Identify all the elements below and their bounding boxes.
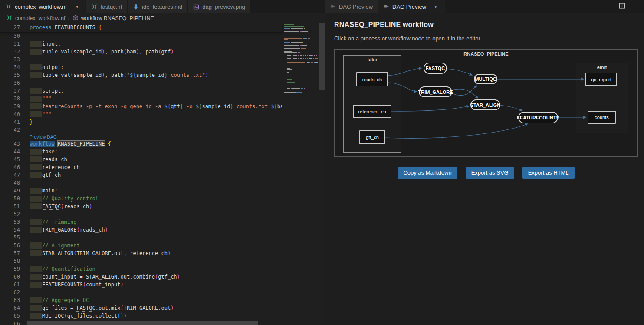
breadcrumb-separator: › [68, 15, 69, 22]
line-number: 38 [0, 95, 20, 103]
tab-dag-preview-R1[interactable]: DAG Preview× [378, 0, 445, 13]
line-number: 64 [0, 304, 20, 312]
code-line[interactable]: 56 // Alignment [0, 242, 282, 249]
code-line[interactable]: 41} [0, 118, 282, 126]
line-number: 33 [0, 56, 20, 63]
breadcrumb-symbol[interactable]: workflow RNASEQ_PIPELINE [81, 15, 154, 21]
code-line[interactable]: 34 output: [0, 63, 282, 71]
codelens-preview-dag[interactable]: Preview DAG [30, 134, 57, 140]
line-number: 47 [0, 171, 20, 179]
code-line[interactable]: 45 reads_ch [0, 156, 282, 163]
code-line[interactable]: 61 FEATURECOUNTS(count_input) [0, 281, 282, 289]
vertical-scrollbar[interactable] [319, 23, 325, 325]
right-tab-bar: DAG PreviewDAG Preview× ⋯ [325, 0, 644, 13]
code-line[interactable]: 43workflow RNASEQ_PIPELINE { [0, 140, 282, 148]
code-line[interactable]: 44 take: [0, 148, 282, 156]
code-line[interactable]: 52 [0, 210, 282, 218]
tab-label: dag_preview.png [202, 3, 245, 10]
tab-complex-workflow-nf-L0[interactable]: complex_workflow.nf× [0, 0, 86, 13]
dag-node-STAR_ALIGN[interactable]: STAR_ALIGN [470, 99, 500, 110]
code-line[interactable]: 60 count_input = STAR_ALIGN.out.combine(… [0, 273, 282, 281]
close-tab-icon[interactable]: × [433, 3, 440, 10]
copy-as-markdown-button[interactable]: Copy as Markdown [398, 167, 457, 179]
edge-gtf_ch-to-FEATURECOUNTS [385, 124, 528, 138]
code-line[interactable]: 57 STAR_ALIGN(TRIM_GALORE.out, reference… [0, 249, 282, 257]
export-buttons: Copy as MarkdownExport as SVGExport as H… [334, 167, 638, 179]
code-line[interactable]: 35 tuple val(sample_id), path("${sample_… [0, 71, 282, 79]
line-number: 53 [0, 218, 20, 226]
code-line[interactable]: 30 [0, 32, 282, 40]
vertical-scrollbar-thumb[interactable] [319, 23, 325, 90]
dag-node-MULTIQC[interactable]: MULTIQC [474, 74, 497, 84]
code-lines: 3031 input:32 tuple val(sample_id), path… [0, 32, 282, 325]
code-line[interactable]: 33 [0, 56, 282, 63]
tab-label: DAG Preview [392, 3, 426, 10]
dag-node-gtf_ch[interactable]: gtf_ch [359, 130, 385, 144]
split-editor-icon[interactable] [619, 3, 625, 11]
code-line[interactable]: 38 """ [0, 95, 282, 103]
edge-STAR_ALIGN-to-FEATURECOUNTS [500, 105, 522, 111]
code-line[interactable]: 48 [0, 179, 282, 187]
dag-node-reference_ch[interactable]: reference_ch [353, 105, 391, 118]
code-line[interactable]: 49 main: [0, 187, 282, 195]
export-as-svg-button[interactable]: Export as SVG [466, 167, 514, 179]
code-line[interactable]: 63 // Aggregate QC [0, 296, 282, 304]
code-line[interactable]: 53 // Trimming [0, 218, 282, 226]
tab-ide-features-md-L2[interactable]: ide_features.md [128, 0, 188, 13]
code-line[interactable]: 31 input: [0, 40, 282, 48]
breadcrumb-file[interactable]: complex_workflow.nf [15, 15, 65, 21]
line-number: 31 [0, 40, 20, 48]
code-line[interactable]: 55 [0, 234, 282, 242]
code-line[interactable]: 37 script: [0, 87, 282, 95]
more-tabs-button[interactable]: ⋯ [304, 0, 325, 13]
code-line[interactable]: 54 TRIM_GALORE(reads_ch) [0, 226, 282, 234]
minimap[interactable] [282, 23, 318, 325]
line-number: 58 [0, 257, 20, 265]
code-line[interactable]: 42 [0, 126, 282, 134]
code-line[interactable]: 64 qc_files = FASTQC.out.mix(TRIM_GALORE… [0, 304, 282, 312]
code-line[interactable]: 62 [0, 289, 282, 296]
code-line[interactable]: 58 [0, 257, 282, 265]
symbol-cube-icon [72, 15, 79, 22]
code-line[interactable]: 46 reference_ch [0, 163, 282, 171]
horizontal-scrollbar[interactable] [0, 321, 282, 325]
code-line[interactable]: 47 gtf_ch [0, 171, 282, 179]
tab-dag-preview-png-L3[interactable]: dag_preview.png [188, 0, 250, 13]
dag-node-counts[interactable]: counts [588, 111, 616, 124]
code-editor[interactable]: 27process FEATURECOUNTS { 3031 input:32 … [0, 23, 325, 325]
tab-fastqc-nf-L1[interactable]: fastqc.nf [86, 0, 128, 13]
line-number: 27 [0, 23, 20, 32]
tab-dag-preview-R0[interactable]: DAG Preview [325, 0, 378, 13]
dag-node-reads_ch[interactable]: reads_ch [356, 72, 388, 86]
dag-node-FASTQC[interactable]: FASTQC [424, 63, 447, 74]
dag-node-TRIM_GALORE[interactable]: TRIM_GALORE [419, 86, 452, 97]
dag-node-qc_report[interactable]: qc_report [585, 73, 617, 86]
code-line[interactable]: 40 """ [0, 110, 282, 118]
code-line[interactable]: 50 // Quality control [0, 195, 282, 202]
image-icon [193, 4, 199, 10]
code-line[interactable]: 51 FASTQC(reads_ch) [0, 202, 282, 210]
code-line[interactable]: 36 [0, 79, 282, 87]
nextflow-icon [6, 14, 13, 22]
close-tab-icon[interactable]: × [73, 3, 80, 10]
tab-label: complex_workflow.nf [15, 3, 67, 10]
line-number: 54 [0, 226, 20, 234]
sticky-scroll-line[interactable]: 27process FEATURECOUNTS { [0, 23, 282, 32]
code-line[interactable]: 65 MULTIQC(qc_files.collect()) [0, 312, 282, 320]
edge-TRIM_GALORE-to-MULTIQC [452, 86, 477, 96]
code-line[interactable]: 39 featureCounts -p -t exon -g gene_id -… [0, 103, 282, 110]
export-as-html-button[interactable]: Export as HTML [522, 167, 575, 179]
editor-group-left: complex_workflow.nf×fastqc.nfide_feature… [0, 0, 325, 325]
more-actions-icon[interactable]: ⋯ [631, 3, 638, 11]
line-number: 60 [0, 273, 20, 281]
line-number: 30 [0, 32, 20, 40]
dag-preview-panel: RNASEQ_PIPELINE workflow Click on a proc… [325, 13, 644, 325]
code-line[interactable]: 59 // Quantification [0, 265, 282, 273]
tab-label: ide_features.md [142, 3, 182, 10]
markdown-icon [133, 4, 139, 10]
dag-node-FEATURECOUNTS[interactable]: FEATURECOUNTS [518, 112, 558, 123]
horizontal-scrollbar-thumb[interactable] [27, 321, 258, 325]
sticky-line[interactable]: 27process FEATURECOUNTS { [0, 23, 282, 32]
code-line[interactable]: 32 tuple val(sample_id), path(bam), path… [0, 48, 282, 56]
line-number: 46 [0, 163, 20, 171]
